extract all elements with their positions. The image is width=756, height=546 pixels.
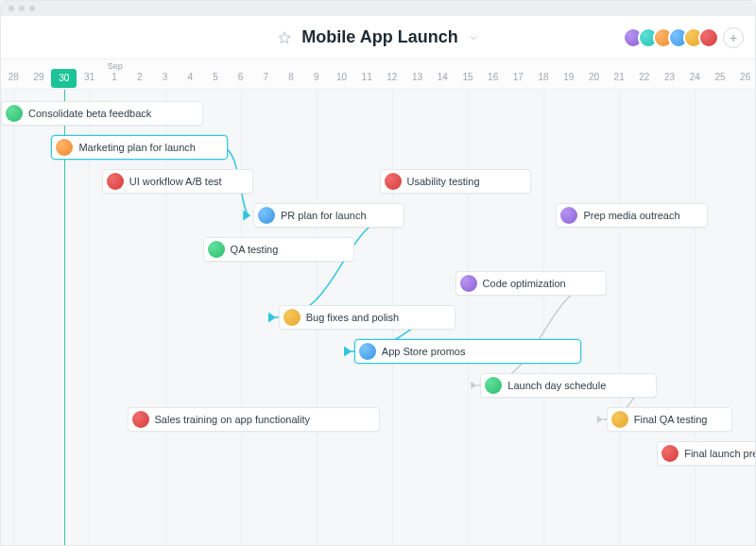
task-card[interactable]: Code optimization	[455, 271, 607, 296]
timeline-days: 2829303112345678910111213141516171819202…	[1, 72, 755, 85]
day[interactable]: 17	[506, 72, 531, 82]
day[interactable]: 16	[480, 72, 506, 82]
task-card[interactable]: Launch day schedule	[480, 373, 657, 398]
task-label: Usability testing	[407, 176, 480, 187]
task-label: PR plan for launch	[281, 210, 367, 221]
task-card[interactable]: Final QA testing	[607, 407, 733, 432]
day[interactable]: 18	[531, 72, 557, 82]
project-header: Mobile App Launch +	[1, 16, 755, 60]
app-window: Mobile App Launch + Sep 2829303112345678…	[0, 0, 756, 546]
task-label: QA testing	[231, 244, 279, 255]
timeline-ruler[interactable]: Sep 282930311234567891011121314151617181…	[1, 60, 755, 90]
day[interactable]: 6	[228, 72, 253, 82]
day[interactable]: 2	[128, 72, 153, 82]
month-label: Sep	[108, 61, 123, 71]
task-label: Code optimization	[483, 278, 566, 289]
assignee-avatar[interactable]	[208, 241, 225, 258]
chevron-down-icon[interactable]	[468, 32, 479, 43]
day[interactable]: 11	[354, 72, 380, 82]
day[interactable]: 28	[1, 72, 26, 82]
day-today[interactable]: 30	[51, 69, 77, 88]
task-card[interactable]: App Store promos	[354, 339, 581, 364]
day[interactable]: 29	[26, 72, 52, 82]
day[interactable]: 31	[77, 72, 102, 82]
assignee-avatar[interactable]	[359, 343, 376, 360]
assignee-avatar[interactable]	[460, 275, 477, 292]
window-dot	[9, 6, 14, 11]
task-card[interactable]: Consolidate beta feedback	[1, 101, 203, 126]
day[interactable]: 5	[203, 72, 229, 82]
task-card[interactable]: Sales training on app functionality	[128, 407, 380, 432]
task-label: Bug fixes and polish	[306, 312, 399, 323]
assignee-avatar[interactable]	[385, 173, 402, 190]
day[interactable]: 12	[380, 72, 405, 82]
task-card[interactable]: PR plan for launch	[253, 203, 404, 228]
day[interactable]: 3	[152, 72, 178, 82]
day[interactable]: 9	[303, 72, 329, 82]
day[interactable]: 21	[607, 72, 632, 82]
assignee-avatar[interactable]	[560, 207, 577, 224]
task-card[interactable]: Bug fixes and polish	[279, 305, 455, 330]
task-card[interactable]: UI workflow A/B test	[102, 169, 253, 194]
task-label: App Store promos	[382, 346, 466, 357]
day[interactable]: 8	[279, 72, 304, 82]
member-avatar[interactable]	[698, 27, 719, 48]
assignee-avatar[interactable]	[258, 207, 275, 224]
day[interactable]: 24	[682, 72, 708, 82]
task-label: Final QA testing	[634, 414, 708, 425]
task-card[interactable]: Final launch prep	[657, 441, 755, 466]
task-label: Final launch prep	[684, 448, 755, 459]
task-card[interactable]: Prep media outreach	[556, 203, 707, 228]
day[interactable]: 13	[404, 72, 430, 82]
task-label: Sales training on app functionality	[155, 414, 311, 425]
task-card[interactable]: Usability testing	[380, 169, 531, 194]
day[interactable]: 23	[657, 72, 682, 82]
assignee-avatar[interactable]	[132, 411, 149, 428]
star-icon[interactable]	[277, 30, 292, 45]
task-label: Prep media outreach	[583, 210, 679, 221]
assignee-avatar[interactable]	[6, 105, 23, 122]
assignee-avatar[interactable]	[107, 173, 124, 190]
window-dot	[29, 6, 35, 11]
day[interactable]: 26	[732, 72, 756, 82]
task-label: Consolidate beta feedback	[28, 108, 151, 119]
assignee-avatar[interactable]	[56, 139, 73, 156]
day[interactable]: 25	[708, 72, 733, 82]
task-card[interactable]: QA testing	[203, 237, 354, 262]
project-title-group[interactable]: Mobile App Launch	[277, 27, 478, 47]
assignee-avatar[interactable]	[611, 411, 628, 428]
day[interactable]: 4	[178, 72, 203, 82]
day[interactable]: 1	[102, 72, 128, 82]
window-dot	[19, 6, 25, 11]
timeline-board[interactable]: Consolidate beta feedbackMarketing plan …	[1, 90, 755, 545]
day[interactable]: 20	[581, 72, 607, 82]
project-title: Mobile App Launch	[301, 27, 457, 47]
window-chrome	[1, 1, 755, 16]
assignee-avatar[interactable]	[662, 445, 679, 462]
assignee-avatar[interactable]	[485, 377, 502, 394]
day[interactable]: 7	[253, 72, 279, 82]
task-card[interactable]: Marketing plan for launch	[51, 135, 228, 160]
day[interactable]: 10	[329, 72, 354, 82]
day[interactable]: 14	[430, 72, 455, 82]
day[interactable]: 22	[632, 72, 658, 82]
task-label: UI workflow A/B test	[129, 176, 222, 187]
add-member-button[interactable]: +	[723, 27, 744, 48]
task-label: Marketing plan for launch	[78, 142, 196, 153]
assignee-avatar[interactable]	[284, 309, 301, 326]
task-label: Launch day schedule	[507, 380, 606, 391]
day[interactable]: 15	[455, 72, 481, 82]
project-members: +	[623, 27, 744, 48]
day[interactable]: 19	[556, 72, 581, 82]
